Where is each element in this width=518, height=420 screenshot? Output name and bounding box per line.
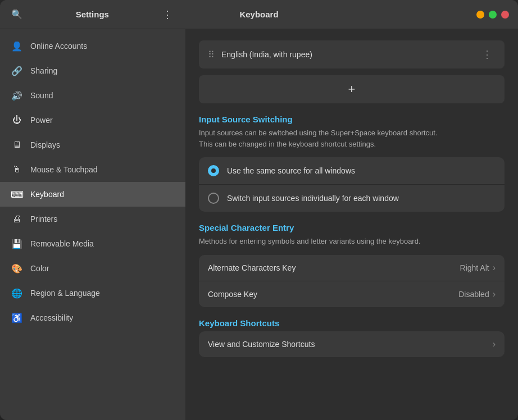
maximize-button[interactable] (489, 11, 497, 19)
radio-label-per-window: Switch input sources individually for ea… (227, 194, 399, 203)
settings-window: 🔍 Settings ⋮ Keyboard 👤 Online Accounts … (0, 0, 518, 420)
page-title: Keyboard (176, 10, 343, 19)
sidebar-item-mouse-touchpad[interactable]: 🖱 Mouse & Touchpad (0, 157, 185, 182)
radio-per-window[interactable]: Switch input sources individually for ea… (199, 185, 505, 212)
add-input-source-button[interactable]: + (199, 75, 505, 103)
input-switching-desc: Input sources can be switched using the … (199, 127, 505, 149)
compose-key-chevron-icon: › (493, 289, 496, 299)
alt-chars-value: Right Alt › (460, 263, 496, 273)
removable-media-icon: 💾 (11, 238, 22, 249)
mouse-icon: 🖱 (11, 164, 22, 175)
region-icon: 🌐 (11, 287, 22, 299)
add-icon: + (348, 82, 356, 97)
sidebar-item-power[interactable]: ⏻ Power (0, 108, 185, 133)
compose-key-label: Compose Key (208, 290, 257, 299)
sidebar-label-printers: Printers (30, 214, 57, 223)
titlebar: 🔍 Settings ⋮ Keyboard (0, 0, 518, 29)
radio-same-source[interactable]: Use the same source for all windows (199, 157, 505, 185)
settings-title: Settings (31, 10, 153, 19)
sidebar-item-displays[interactable]: 🖥 Displays (0, 133, 185, 157)
radio-circle-same-source (208, 165, 219, 176)
sidebar-label-power: Power (30, 116, 53, 125)
shortcuts-title: Keyboard Shortcuts (199, 318, 505, 328)
drag-handle-icon: ⠿ (208, 49, 215, 60)
sharing-icon: 🔗 (11, 65, 22, 76)
displays-icon: 🖥 (11, 139, 22, 150)
compose-key-value: Disabled › (458, 289, 496, 299)
view-shortcuts-row[interactable]: View and Customize Shortcuts › (199, 331, 505, 357)
sidebar-item-removable-media[interactable]: 💾 Removable Media (0, 231, 185, 256)
wm-buttons (342, 11, 509, 19)
alt-chars-chevron-icon: › (493, 263, 496, 273)
shortcuts-group: View and Customize Shortcuts › (199, 331, 505, 357)
input-source-name: English (India, with rupee) (221, 50, 312, 59)
special-char-desc: Methods for entering symbols and letter … (199, 236, 505, 247)
sidebar-item-sharing[interactable]: 🔗 Sharing (0, 58, 185, 83)
sidebar-label-mouse: Mouse & Touchpad (30, 165, 98, 174)
alt-chars-row[interactable]: Alternate Characters Key Right Alt › (199, 255, 505, 281)
content-area: 👤 Online Accounts 🔗 Sharing 🔊 Sound ⏻ Po… (0, 29, 518, 420)
close-button[interactable] (501, 11, 509, 19)
sound-icon: 🔊 (11, 90, 22, 101)
input-source-item: ⠿ English (India, with rupee) ⋮ (199, 40, 505, 69)
sidebar-label-sound: Sound (30, 91, 53, 100)
titlebar-left: 🔍 Settings ⋮ (9, 6, 176, 23)
sidebar-item-accessibility[interactable]: ♿ Accessibility (0, 305, 185, 330)
sidebar-label-online-accounts: Online Accounts (30, 42, 87, 51)
alt-chars-label: Alternate Characters Key (208, 263, 296, 272)
sidebar-label-removable-media: Removable Media (30, 239, 94, 248)
sidebar-label-color: Color (30, 264, 49, 273)
radio-circle-per-window (208, 193, 219, 204)
sidebar-item-sound[interactable]: 🔊 Sound (0, 83, 185, 108)
sidebar: 👤 Online Accounts 🔗 Sharing 🔊 Sound ⏻ Po… (0, 29, 185, 420)
view-shortcuts-value: › (493, 339, 496, 349)
search-button[interactable]: 🔍 (9, 7, 25, 22)
compose-key-row[interactable]: Compose Key Disabled › (199, 281, 505, 307)
input-source-left: ⠿ English (India, with rupee) (208, 49, 312, 60)
keyboard-icon: ⌨ (11, 189, 22, 200)
color-icon: 🎨 (11, 263, 22, 274)
sidebar-label-region: Region & Language (30, 289, 100, 298)
input-switching-title: Input Source Switching (199, 115, 505, 124)
printers-icon: 🖨 (11, 213, 22, 225)
view-shortcuts-label: View and Customize Shortcuts (208, 340, 315, 349)
sidebar-item-keyboard[interactable]: ⌨ Keyboard (0, 182, 185, 207)
sidebar-item-online-accounts[interactable]: 👤 Online Accounts (0, 34, 185, 58)
minimize-button[interactable] (476, 11, 484, 19)
special-char-title: Special Character Entry (199, 223, 505, 232)
online-accounts-icon: 👤 (11, 40, 22, 52)
special-char-group: Alternate Characters Key Right Alt › Com… (199, 255, 505, 307)
sidebar-item-region-language[interactable]: 🌐 Region & Language (0, 281, 185, 305)
sidebar-label-keyboard: Keyboard (30, 190, 64, 199)
accessibility-icon: ♿ (11, 312, 22, 323)
main-content: ⠿ English (India, with rupee) ⋮ + Input … (185, 29, 518, 420)
sidebar-item-printers[interactable]: 🖨 Printers (0, 207, 185, 231)
sidebar-label-sharing: Sharing (30, 66, 57, 75)
radio-label-same-source: Use the same source for all windows (227, 166, 355, 175)
sidebar-label-displays: Displays (30, 140, 60, 149)
sidebar-item-color[interactable]: 🎨 Color (0, 256, 185, 281)
input-switching-radio-group: Use the same source for all windows Swit… (199, 157, 505, 212)
input-source-menu-button[interactable]: ⋮ (479, 47, 496, 62)
power-icon: ⏻ (11, 115, 22, 126)
sidebar-label-accessibility: Accessibility (30, 313, 73, 322)
view-shortcuts-chevron-icon: › (493, 339, 496, 349)
menu-button[interactable]: ⋮ (160, 6, 176, 23)
